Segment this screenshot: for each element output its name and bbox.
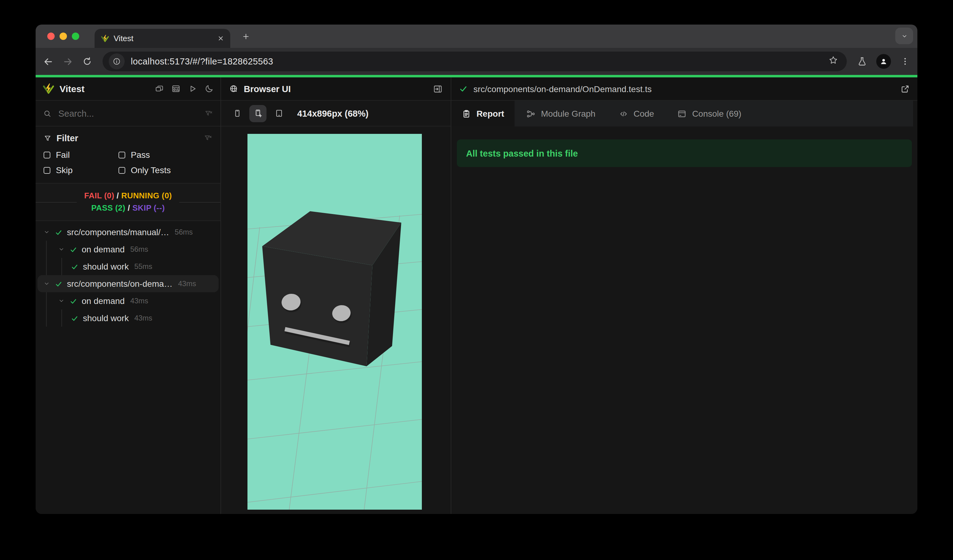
checkbox[interactable] — [43, 167, 50, 174]
forward-arrow-icon — [63, 56, 73, 67]
chevron-down-icon[interactable] — [43, 228, 50, 236]
tablet-icon — [274, 109, 283, 118]
tree-row-duration: 56ms — [130, 245, 148, 254]
device-mobile-add-button[interactable] — [249, 105, 267, 122]
browser-ui-panel: Browser UI 414x896px (68%) — [221, 78, 451, 514]
filter-option-skip[interactable]: Skip — [43, 165, 118, 175]
clear-filter-icon[interactable] — [204, 134, 213, 143]
checkbox[interactable] — [118, 151, 125, 158]
clear-filter-icon[interactable] — [205, 109, 213, 118]
summary-line-2: PASS (2) / SKIP (--) — [84, 202, 172, 214]
tab-search-button[interactable] — [895, 28, 913, 44]
app-title: Vitest — [60, 84, 84, 94]
play-icon — [188, 84, 197, 93]
tree-row[interactable]: should work 43ms — [36, 309, 220, 327]
file-pass-check-icon — [459, 84, 468, 93]
new-tab-button[interactable] — [239, 30, 252, 42]
dark-mode-button[interactable] — [205, 84, 214, 93]
report-tab-label: Code — [633, 109, 654, 118]
profile-button[interactable] — [876, 54, 891, 69]
minimize-window-button[interactable] — [60, 32, 67, 40]
address-bar[interactable]: localhost:5173/#/?file=1828625563 — [102, 51, 847, 71]
browser-panel-title: Browser UI — [244, 84, 291, 94]
pass-check-icon — [69, 297, 78, 305]
phone-add-icon — [253, 109, 262, 118]
test-tree: src/components/manual/… 56ms on demand 5… — [36, 223, 220, 327]
tree-row-duration: 56ms — [175, 228, 193, 236]
dock-panel-icon[interactable] — [433, 84, 443, 94]
bookmark-button[interactable] — [828, 55, 838, 68]
device-tablet-button[interactable] — [270, 105, 287, 122]
tab-module-graph[interactable]: Module Graph — [515, 101, 607, 127]
tree-row[interactable]: src/components/manual/… 56ms — [36, 223, 220, 241]
clipboard-icon — [462, 109, 471, 118]
tree-row-label: src/components/manual/… — [67, 227, 169, 237]
device-mobile-button[interactable] — [228, 105, 245, 122]
chevron-down-icon[interactable] — [43, 280, 50, 287]
tree-row[interactable]: should work 55ms — [36, 258, 220, 275]
report-tabs-row: Report Module Graph Code Console (69) — [451, 101, 917, 127]
moon-icon — [205, 84, 214, 93]
tree-row-label: should work — [83, 313, 129, 323]
kebab-menu-icon — [900, 56, 910, 66]
collapse-windows-button[interactable] — [155, 84, 164, 93]
phone-icon — [233, 109, 242, 118]
filter-option-label: Pass — [131, 150, 150, 160]
report-tab-label: Report — [476, 109, 504, 118]
tab-console-69[interactable]: Console (69) — [666, 101, 753, 127]
checkbox[interactable] — [43, 151, 50, 158]
site-info-button[interactable] — [109, 53, 125, 70]
summary-line-1: FAIL (0) / RUNNING (0) — [84, 190, 172, 202]
tab-code[interactable]: Code — [607, 101, 666, 127]
reload-icon — [82, 56, 92, 66]
windows-icon — [155, 84, 164, 93]
filter-option-only-tests[interactable]: Only Tests — [118, 165, 213, 175]
tree-row-duration: 55ms — [134, 262, 152, 271]
tab-report[interactable]: Report — [451, 101, 515, 127]
tab-strip: Vitest — [36, 25, 917, 48]
filter-icon — [43, 134, 51, 142]
chevron-down-icon — [900, 32, 908, 40]
tree-row[interactable]: src/components/on-dema… 43ms — [37, 275, 219, 292]
tree-row-duration: 43ms — [178, 279, 196, 288]
vitest-logo-icon — [42, 82, 55, 95]
tab-title: Vitest — [113, 34, 213, 43]
open-in-editor-icon[interactable] — [900, 84, 910, 94]
tab-close-icon[interactable] — [217, 35, 224, 42]
search-input[interactable] — [57, 108, 199, 119]
flask-icon — [857, 56, 867, 66]
maximize-window-button[interactable] — [72, 32, 79, 40]
browser-preview[interactable] — [247, 134, 422, 510]
filter-option-pass[interactable]: Pass — [118, 150, 213, 160]
report-panel: src/components/on-demand/OnDemand.test.t… — [451, 78, 917, 514]
chevron-down-icon[interactable] — [58, 246, 65, 253]
tree-row[interactable]: on demand 43ms — [36, 292, 220, 309]
browser-menu-button[interactable] — [900, 56, 910, 66]
chevron-down-icon[interactable] — [58, 297, 65, 304]
plus-icon — [242, 32, 250, 40]
device-buttons — [228, 105, 287, 122]
search-icon — [43, 109, 51, 118]
viewport-toolbar: 414x896px (68%) — [221, 101, 451, 127]
experiments-button[interactable] — [857, 56, 867, 66]
browser-toolbar: localhost:5173/#/?file=1828625563 — [36, 48, 917, 75]
close-window-button[interactable] — [47, 32, 55, 40]
checkbox[interactable] — [118, 167, 125, 174]
all-tests-passed-banner: All tests passed in this file — [457, 140, 912, 167]
dashboard-button[interactable] — [171, 84, 180, 93]
report-tab-label: Module Graph — [541, 109, 595, 118]
pass-check-icon — [55, 228, 63, 236]
tree-row[interactable]: on demand 56ms — [36, 241, 220, 258]
back-button[interactable] — [43, 56, 53, 67]
filter-option-fail[interactable]: Fail — [43, 150, 118, 160]
console-icon — [677, 109, 686, 118]
search-row — [36, 101, 220, 127]
filter-title: Filter — [56, 133, 78, 143]
browser-tab[interactable]: Vitest — [95, 29, 230, 48]
dashboard-icon — [171, 84, 180, 93]
run-all-button[interactable] — [188, 84, 197, 93]
code-icon — [619, 109, 628, 118]
filter-option-label: Fail — [56, 150, 70, 160]
forward-button[interactable] — [63, 56, 73, 67]
reload-button[interactable] — [82, 56, 92, 66]
